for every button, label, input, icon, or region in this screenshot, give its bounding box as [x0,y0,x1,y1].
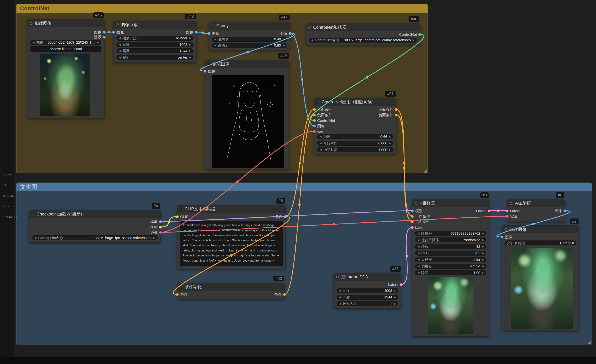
prev-arrow-icon[interactable]: ◀ [34,236,37,240]
widget-low-threshold[interactable]: ◀ 低阈值 0.40 ▶ [212,37,287,42]
node-load-image[interactable]: #45 加载图像 图像 遮罩 ◀ 图像 00004-20241103_22024… [27,19,104,118]
next-arrow-icon[interactable]: ▶ [389,148,391,151]
next-arrow-icon[interactable]: ▶ [482,258,484,261]
input-dot-vae[interactable] [313,130,316,133]
prev-arrow-icon[interactable]: ◀ [417,245,420,248]
next-arrow-icon[interactable]: ▶ [153,236,155,240]
widget-seed[interactable]: ◀ 随机种 673163335282702 ▶ [415,231,486,236]
prev-arrow-icon[interactable]: ◀ [119,56,121,59]
next-arrow-icon[interactable]: ▶ [394,289,396,292]
output-dot-image[interactable] [563,210,566,212]
prev-arrow-icon[interactable]: ◀ [311,38,313,42]
input-dot-conditioning[interactable] [176,293,179,296]
node-title-bar[interactable]: VAE解码 [507,199,565,207]
input-dot-image[interactable] [313,124,316,127]
node-apply-controlnet[interactable]: #51 ControlNet应用（旧版高级） 正面条件 负面条件 Control… [314,98,396,154]
node-vae-decode[interactable]: #8 VAE解码 Latent VAE 图像 [507,199,565,222]
collapse-toggle-icon[interactable] [336,276,339,278]
input-dot-latent[interactable] [411,226,414,229]
prev-arrow-icon[interactable]: ◀ [119,49,121,52]
widget-high-threshold[interactable]: ◀ 高阈值 0.80 ▶ [212,43,287,48]
next-arrow-icon[interactable]: ▶ [283,37,285,41]
widget-height[interactable]: ◀ 高度 1344 ▶ [336,295,398,300]
input-dot-positive[interactable] [313,108,316,111]
collapse-toggle-icon[interactable] [308,26,311,29]
next-arrow-icon[interactable]: ▶ [482,271,484,274]
widget-width[interactable]: ◀ 宽度 1008 ▶ [116,42,194,47]
output-dot-mask[interactable] [103,36,106,39]
widget-sampler-name[interactable]: ◀ 采样器 euler ▶ [415,257,486,262]
next-arrow-icon[interactable]: ▶ [189,43,191,46]
widget-width[interactable]: ◀ 宽度 1008 ▶ [336,288,398,293]
prev-arrow-icon[interactable]: ◀ [339,302,341,305]
node-title-bar[interactable]: 条件零化 [177,283,284,291]
group-txt2img-title-bar[interactable]: 文生图 [16,183,592,191]
input-dot-model[interactable] [411,210,414,212]
prev-arrow-icon[interactable]: ◀ [32,41,35,44]
widget-end-percent[interactable]: ◀ 结束时间 1.000 ▶ [317,147,393,152]
widget-image-filename[interactable]: ◀ 图像 00004-20241103_220245_lll... ▶ [30,40,101,45]
widget-scheduler[interactable]: ◀ 调度器 simple ▶ [415,264,486,269]
next-arrow-icon[interactable]: ▶ [389,142,391,145]
prev-arrow-icon[interactable]: ◀ [119,36,121,40]
next-arrow-icon[interactable]: ▶ [389,135,391,138]
next-arrow-icon[interactable]: ▶ [97,41,99,44]
input-dot-latent[interactable] [506,210,509,212]
prev-arrow-icon[interactable]: ◀ [339,289,341,292]
prev-arrow-icon[interactable]: ◀ [339,296,341,299]
node-preview-image[interactable]: #49 预览图像 图像 [205,60,289,169]
widget-strength[interactable]: ◀ 强度 0.66 ▶ [317,134,393,139]
collapse-toggle-icon[interactable] [180,208,182,210]
collapse-toggle-icon[interactable] [208,63,210,66]
prev-arrow-icon[interactable]: ◀ [417,265,420,268]
prev-arrow-icon[interactable]: ◀ [214,37,216,41]
node-title-bar[interactable]: 空Latent_SD3 [334,273,401,281]
node-save-image[interactable]: #9 保存图像 图像 文件名前缀 ComfyUI [502,226,579,331]
collapse-toggle-icon[interactable] [212,24,214,27]
output-dot-image[interactable] [195,31,198,34]
input-dot-clip[interactable] [176,215,179,218]
node-canvas[interactable]: ControlNet 文生图 T: 0.00s I: 0 N: 13 [13] … [0,0,596,364]
node-image-scale[interactable]: #48 图像缩放 图像 图像 ◀ 缩放方法 bilinear ▶ ◀ 宽度 10… [113,21,196,62]
output-dot-vae[interactable] [159,231,162,234]
collapse-toggle-icon[interactable] [415,202,417,205]
next-arrow-icon[interactable]: ▶ [482,238,484,241]
next-arrow-icon[interactable]: ▶ [482,232,484,235]
next-arrow-icon[interactable]: ▶ [189,49,191,52]
widget-steps[interactable]: ◀ 步数 32 ▶ [415,244,486,249]
output-dot-model[interactable] [159,220,162,223]
widget-denoise[interactable]: ◀ 降噪 1.00 ▶ [415,270,486,275]
input-dot-image[interactable] [501,236,503,239]
input-dot-image[interactable] [208,32,210,35]
widget-start-percent[interactable]: ◀ 开始时间 0.000 ▶ [317,141,393,146]
prev-arrow-icon[interactable]: ◀ [320,142,322,145]
next-arrow-icon[interactable]: ▶ [394,302,396,305]
node-title-bar[interactable]: 保存图像 [502,226,579,233]
group-controlnet-title-bar[interactable]: ControlNet [16,4,428,13]
next-arrow-icon[interactable]: ▶ [394,296,396,299]
input-dot-positive[interactable] [411,215,414,218]
collapse-toggle-icon[interactable] [116,23,119,26]
prev-arrow-icon[interactable]: ◀ [417,232,420,235]
node-title-bar[interactable]: ControlNet加载器 [306,23,420,31]
node-title-bar[interactable]: 预览图像 [205,60,289,68]
node-ksampler[interactable]: #3 K采样器 模型 正面条件 负面条件 Latent Latent ◀ 随机种 [412,199,489,336]
node-canny[interactable]: #47 Canny 图像 图像 ◀ 低阈值 0.40 ▶ ◀ 高阈值 0.80 … [209,22,290,50]
next-arrow-icon[interactable]: ▶ [189,56,191,59]
collapse-toggle-icon[interactable] [180,285,182,288]
next-arrow-icon[interactable]: ▶ [283,44,285,47]
node-title-bar[interactable]: CLIP文本编码器 [177,205,285,213]
input-dot-negative[interactable] [313,114,316,116]
node-conditioning-zero-out[interactable]: #50 条件零化 条件 条件 [177,283,285,299]
node-title-bar[interactable]: K采样器 [412,199,489,207]
prev-arrow-icon[interactable]: ◀ [417,251,420,255]
prev-arrow-icon[interactable]: ◀ [320,148,322,151]
input-dot-image[interactable] [112,31,115,34]
next-arrow-icon[interactable]: ▶ [482,265,484,268]
widget-control-after-generate[interactable]: ◀ 运行后操作 randomize ▶ [415,237,486,242]
widget-height[interactable]: ◀ 高度 1344 ▶ [116,48,194,53]
next-arrow-icon[interactable]: ▶ [482,251,484,255]
output-dot-negative[interactable] [395,114,398,116]
prev-arrow-icon[interactable]: ◀ [214,44,216,47]
widget-batch-size[interactable]: ◀ 批次大小 1 ▶ [336,301,398,306]
